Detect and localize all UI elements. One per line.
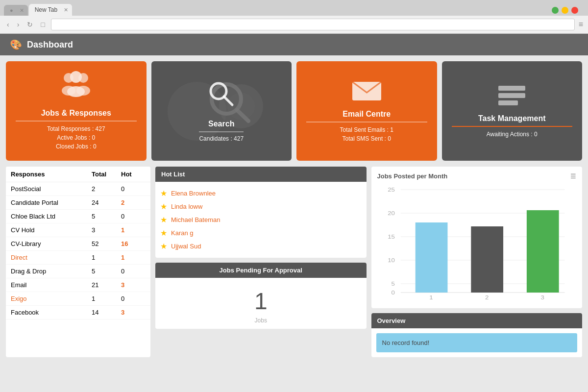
star-icon: ★ [160,202,167,211]
row-name: Email [11,281,92,289]
jobs-responses-stat-0: Total Responses : 427 [47,125,105,132]
hot-item-name[interactable]: Elena Brownlee [171,190,216,197]
jobs-responses-stat-2: Closed Jobs : 0 [56,143,97,150]
search-card[interactable]: Search Candidates : 427 [151,61,292,161]
jobs-responses-card[interactable]: Jobs & Responses Total Responses : 427 A… [6,61,147,161]
jobs-responses-stat-1: Active Jobs : 0 [57,134,95,141]
table-row: Candidate Portal242 [6,196,150,210]
row-hot: 0 [121,295,146,302]
search-title: Search [199,120,244,132]
svg-line-13 [224,97,232,105]
hot-list-item: ★Michael Bateman [160,213,362,226]
table-row: Chloe Black Ltd50 [6,210,150,223]
star-icon: ★ [160,242,167,251]
svg-text:3: 3 [540,294,544,301]
row-hot: 0 [121,213,146,220]
svg-text:2: 2 [485,294,489,301]
row-name: Drag & Drop [11,268,92,275]
back-button[interactable]: ‹ [5,20,11,29]
star-icon: ★ [160,189,167,198]
traffic-light-red [571,7,578,14]
star-icon: ★ [160,228,167,238]
bottom-section: Responses Total Hot PostSocial20Candidat… [6,167,582,357]
chart-title: Jobs Posted per Month [377,172,448,180]
row-name: Candidate Portal [11,199,92,206]
tab-new-tab-close[interactable]: ✕ [64,7,68,13]
hot-item-name[interactable]: Linda loww [171,203,202,210]
row-name: PostSocial [11,185,92,193]
tab-empty-label: ● [10,7,13,13]
top-cards: Jobs & Responses Total Responses : 427 A… [6,61,582,161]
row-name: CV Hold [11,226,92,234]
dashboard-icon: 🎨 [10,39,22,50]
row-total: 5 [92,268,121,275]
star-icon: ★ [160,215,167,224]
row-name[interactable]: Exigo [11,295,92,302]
jobs-pending-card: Jobs Pending For Approval 1 Jobs [155,263,367,329]
email-centre-stat-1: Total SMS Sent : 0 [343,135,391,142]
table-row: Email213 [6,278,150,292]
chart-area: 25 20 15 10 5 0 1 [377,185,577,302]
hot-list-item: ★Karan g [160,226,362,240]
svg-rect-16 [498,93,525,98]
table-row: Direct11 [6,251,150,265]
hot-item-name[interactable]: Ujjwal Sud [171,243,201,250]
hot-item-name[interactable]: Karan g [171,229,194,237]
row-name: Facebook [11,309,92,316]
no-record-badge: No record found! [376,333,578,352]
row-total: 5 [92,213,121,220]
response-table-scroll[interactable]: PostSocial20Candidate Portal242Chloe Bla… [6,182,150,319]
row-hot: 3 [121,309,146,316]
svg-text:25: 25 [388,187,395,193]
svg-rect-30 [415,222,447,293]
tab-new-tab[interactable]: New Tab ✕ [29,4,72,16]
row-hot: 3 [121,281,146,289]
url-bar[interactable] [51,19,575,30]
browser-menu-button[interactable]: ≡ [579,20,583,29]
email-centre-card[interactable]: Email Centre Total Sent Emails : 1 Total… [296,61,437,161]
svg-rect-31 [471,226,503,293]
chart-menu-icon[interactable]: ☰ [570,172,576,180]
table-row: CV-Library5216 [6,237,150,251]
table-row: Drag & Drop50 [6,265,150,278]
overview-card: Overview No record found! [371,313,583,357]
svg-text:10: 10 [388,257,395,264]
home-button[interactable]: □ [39,20,47,29]
row-hot: 16 [121,240,146,247]
refresh-button[interactable]: ↻ [25,20,35,29]
table-row: Facebook143 [6,306,150,319]
row-total: 1 [92,295,121,302]
hot-list-item: ★Elena Brownlee [160,187,362,200]
hot-list-title: Hot List [155,167,367,182]
traffic-light-green [552,7,559,14]
row-hot: 1 [121,226,146,234]
jobs-responses-title: Jobs & Responses [16,109,137,122]
tab-empty-close[interactable]: ✕ [20,7,24,14]
hot-item-name[interactable]: Michael Bateman [171,216,220,223]
tab-empty[interactable]: ● ✕ [4,5,28,16]
svg-text:1: 1 [429,294,433,301]
bar-chart: 25 20 15 10 5 0 1 [377,185,577,302]
svg-text:0: 0 [391,290,395,296]
task-management-card[interactable]: Task Management Awaiting Actions : 0 [442,61,583,161]
traffic-light-yellow [562,7,568,14]
svg-point-2 [70,71,82,83]
overview-title: Overview [371,313,583,328]
response-table: Responses Total Hot PostSocial20Candidat… [6,167,150,357]
row-total: 14 [92,309,121,316]
svg-text:15: 15 [388,234,395,240]
row-name[interactable]: Direct [11,254,92,261]
hot-list-item: ★Ujjwal Sud [160,240,362,253]
table-row: CV Hold31 [6,223,150,237]
jobs-pending-count: 1 [160,288,362,315]
email-centre-title: Email Centre [306,110,427,122]
hot-list-items: ★Elena Brownlee★Linda loww★Michael Batem… [160,187,362,253]
search-stat-0: Candidates : 427 [199,135,244,142]
svg-text:20: 20 [388,210,395,217]
table-row: PostSocial20 [6,182,150,196]
row-name: Chloe Black Ltd [11,213,92,220]
row-hot: 1 [121,254,146,261]
svg-text:5: 5 [391,281,395,287]
jobs-pending-title: Jobs Pending For Approval [155,263,367,278]
forward-button[interactable]: › [15,20,22,29]
